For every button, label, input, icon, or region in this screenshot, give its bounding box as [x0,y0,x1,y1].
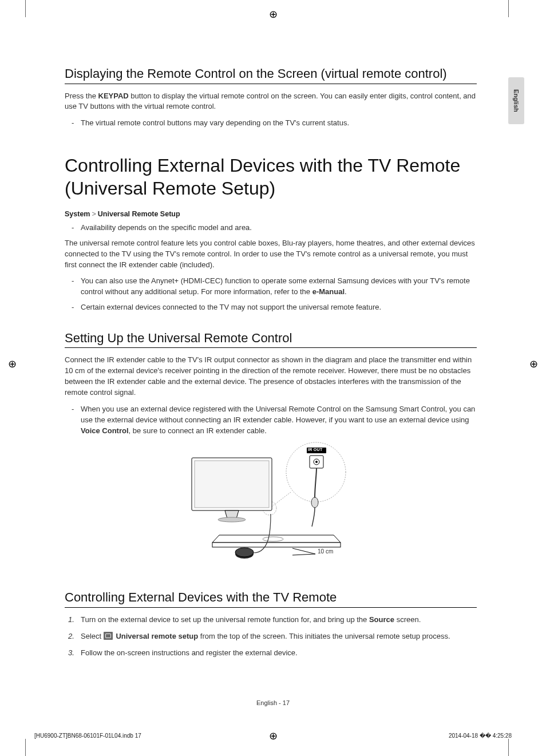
universal-remote-setup-icon [104,632,113,640]
registration-mark-icon: ⊕ [269,730,278,742]
bullet-item: Certain external devices connected to th… [65,302,477,313]
crop-mark [508,0,509,17]
page-number: English - 17 [0,699,546,706]
page: ⊕ ⊕ ⊕ ⊕ English Displaying the Remote Co… [0,0,546,756]
paragraph: The universal remote control feature let… [65,238,477,271]
paragraph: Press the KEYPAD button to display the v… [65,91,477,113]
heading-virtual-remote: Displaying the Remote Control on the Scr… [65,66,477,84]
svg-line-6 [270,492,291,508]
diagram-svg [185,441,357,567]
svg-point-4 [315,461,318,463]
step-2: 2. Select Universal remote setup from th… [65,631,477,642]
registration-mark-icon: ⊕ [529,358,538,370]
language-tab: English [508,77,524,124]
svg-line-15 [292,548,315,554]
print-timestamp: 2014-04-18 �� 4:25:28 [449,733,512,739]
ir-extender-diagram: IR OUT 10 cm [185,441,357,567]
menu-path: System>Universal Remote Setup [65,210,477,218]
crop-mark [508,739,509,756]
svg-line-16 [292,554,315,555]
diagram-container: IR OUT 10 cm [65,441,477,567]
svg-point-10 [218,517,246,522]
crop-mark [25,739,26,756]
crop-mark [25,0,26,17]
heading-universal-remote-setup: Controlling External Devices with the TV… [65,154,477,200]
registration-mark-icon: ⊕ [8,358,17,370]
print-job-id: [HU6900-ZT]BN68-06101F-01L04.indb 17 [34,733,141,739]
bullet-item: When you use an external device register… [65,404,477,437]
language-tab-label: English [513,89,520,112]
heading-controlling-external: Controlling External Devices with the TV… [65,589,477,608]
label-ir-out: IR OUT [308,448,323,452]
step-3: 3. Follow the on-screen instructions and… [65,648,477,659]
svg-rect-9 [195,461,269,508]
step-1: 1. Turn on the external device to set up… [65,615,477,626]
bullet-item: You can also use the Anynet+ (HDMI-CEC) … [65,276,477,298]
registration-mark-icon: ⊕ [269,8,278,21]
paragraph: Connect the IR extender cable to the TV'… [65,355,477,398]
svg-point-14 [235,548,254,557]
heading-setting-up: Setting Up the Universal Remote Control [65,330,477,349]
label-10cm: 10 cm [318,548,333,555]
svg-point-5 [311,497,318,508]
bullet-item: Availability depends on the specific mod… [65,223,477,233]
content-area: Displaying the Remote Control on the Scr… [65,66,477,664]
bullet-item: The virtual remote control buttons may v… [65,118,477,129]
svg-rect-11 [212,543,341,547]
